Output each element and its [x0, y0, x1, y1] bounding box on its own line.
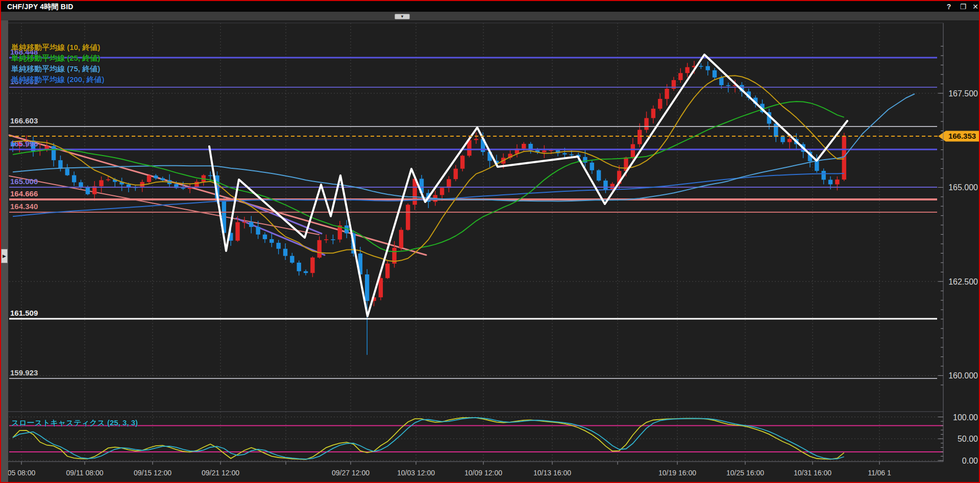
price-levels: 168.448167.661166.603165.996165.000164.6…: [9, 47, 937, 378]
left-sidebar: ▶: [1, 20, 8, 482]
svg-text:50.00: 50.00: [958, 435, 978, 443]
sma10-line: [13, 75, 844, 261]
window-title: CHF/JPY 4時間 BID: [7, 3, 74, 12]
svg-text:165.000: 165.000: [10, 177, 38, 186]
svg-text:09/21 12:00: 09/21 12:00: [202, 469, 239, 477]
svg-text:165.000: 165.000: [948, 183, 978, 192]
svg-text:10/25 16:00: 10/25 16:00: [726, 469, 764, 477]
legend-sma10[interactable]: 単純移動平均線 (10, 終値): [11, 43, 105, 54]
zigzag-annotation: [209, 55, 847, 316]
svg-text:164.340: 164.340: [10, 202, 38, 211]
sma25-line: [13, 101, 844, 252]
svg-text:162.500: 162.500: [948, 277, 978, 286]
chevron-down-icon: ▼: [400, 14, 404, 19]
legend-sma75[interactable]: 単純移動平均線 (75, 終値): [11, 64, 105, 75]
legend-sma200[interactable]: 単純移動平均線 (200, 終値): [11, 75, 105, 86]
svg-text:161.509: 161.509: [10, 309, 38, 317]
title-bar[interactable]: CHF/JPY 4時間 BID ? ❐ ✕: [1, 1, 979, 12]
svg-text:10/09 12:00: 10/09 12:00: [464, 469, 502, 477]
chevron-right-icon: ▶: [3, 253, 6, 259]
svg-text:05 08:00: 05 08:00: [8, 469, 35, 477]
svg-text:166.603: 166.603: [10, 116, 38, 125]
svg-text:167.500: 167.500: [948, 89, 978, 98]
gridlines: [9, 23, 943, 461]
indicator-legend: 単純移動平均線 (10, 終値) 単純移動平均線 (25, 終値) 単純移動平均…: [11, 43, 105, 86]
chart-area[interactable]: 168.448167.661166.603165.996165.000164.6…: [8, 20, 980, 482]
svg-text:11/06 1: 11/06 1: [868, 469, 891, 477]
panel-collapse-button[interactable]: ▼: [395, 14, 410, 19]
svg-text:159.923: 159.923: [10, 368, 38, 377]
svg-text:10/19 16:00: 10/19 16:00: [658, 469, 696, 477]
svg-text:100.00: 100.00: [953, 413, 978, 422]
axes: 167.500165.000162.500160.000100.0050.000…: [8, 23, 978, 477]
svg-text:09/15 12:00: 09/15 12:00: [134, 469, 172, 477]
top-toolbar: ▼: [1, 12, 979, 21]
sidebar-expand-button[interactable]: ▶: [1, 249, 8, 263]
price-chart-canvas[interactable]: 168.448167.661166.603165.996165.000164.6…: [8, 20, 980, 482]
current-price-tag: 166.353: [938, 131, 979, 142]
svg-text:10/03 12:00: 10/03 12:00: [397, 469, 435, 477]
svg-text:09/27 12:00: 09/27 12:00: [332, 469, 370, 477]
svg-text:166.353: 166.353: [948, 132, 976, 140]
svg-text:160.000: 160.000: [948, 371, 978, 380]
legend-stochastics[interactable]: スローストキャスティクス (25, 3, 3): [11, 418, 138, 428]
help-button[interactable]: ?: [943, 2, 954, 11]
candles-layer: [11, 61, 846, 355]
svg-text:164.666: 164.666: [10, 189, 38, 198]
svg-text:10/31 16:00: 10/31 16:00: [794, 469, 831, 477]
svg-text:0.00: 0.00: [962, 456, 978, 465]
svg-text:10/13 16:00: 10/13 16:00: [533, 469, 571, 477]
legend-sma25[interactable]: 単純移動平均線 (25, 終値): [11, 54, 105, 64]
maximize-button[interactable]: ❐: [958, 2, 969, 11]
close-button[interactable]: ✕: [970, 2, 980, 11]
svg-text:09/11 08:00: 09/11 08:00: [66, 469, 104, 477]
